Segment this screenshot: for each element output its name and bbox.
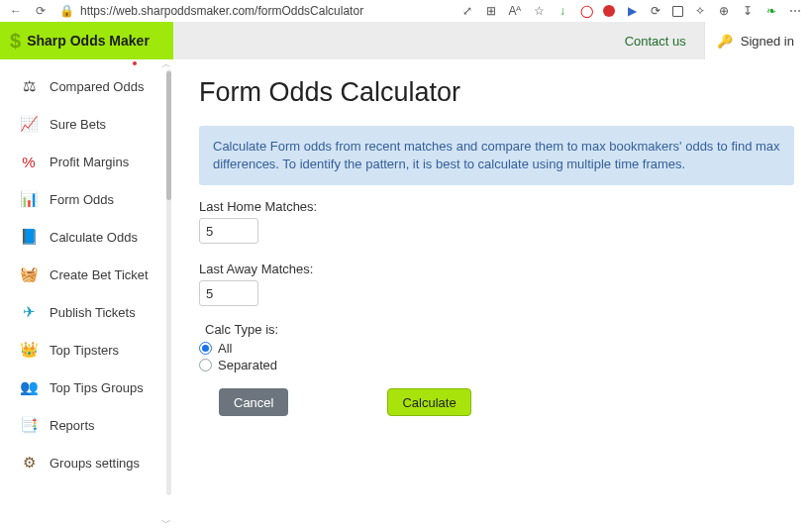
calc-type-all-row[interactable]: All: [199, 341, 794, 356]
extension-leaf-icon[interactable]: ❧: [764, 4, 778, 18]
sidebar-item-create-bet-ticket[interactable]: 🧺Create Bet Ticket: [0, 256, 173, 293]
top-tips-groups-icon: 👥: [20, 378, 38, 396]
main-panel: Form Odds Calculator Calculate Form odds…: [173, 59, 812, 528]
calc-type-label: Calc Type is:: [205, 322, 794, 337]
sidebar-item-profit-margins[interactable]: %Profit Margins: [0, 143, 173, 180]
brand-logo-icon: $: [10, 30, 21, 53]
create-bet-ticket-icon: 🧺: [20, 265, 38, 283]
contact-link[interactable]: Contact us: [607, 22, 704, 59]
sidebar-item-label: Compared Odds: [50, 79, 144, 94]
sidebar-item-top-tipsters[interactable]: 👑Top Tipsters: [0, 331, 173, 369]
sidebar-scroll-down-icon[interactable]: ﹀: [161, 516, 171, 528]
info-banner: Calculate Form odds from recent matches …: [199, 126, 794, 185]
signed-in-area[interactable]: 🔑 Signed in: [704, 22, 812, 59]
calculate-odds-icon: 📘: [20, 228, 38, 246]
last-away-label: Last Away Matches:: [199, 262, 794, 276]
brand-text: Sharp Odds Maker: [27, 33, 150, 49]
url-text: https://web.sharpoddsmaker.com/formOddsC…: [80, 4, 363, 18]
notification-dot-icon: [133, 61, 137, 65]
sidebar-item-top-tips-groups[interactable]: 👥Top Tips Groups: [0, 369, 173, 406]
extension-ab-icon[interactable]: [603, 5, 615, 17]
radio-separated-label: Separated: [218, 358, 277, 372]
reader-icon[interactable]: ⤢: [460, 4, 474, 18]
address-bar[interactable]: 🔒 https://web.sharpoddsmaker.com/formOdd…: [59, 4, 447, 18]
cancel-button[interactable]: Cancel: [219, 388, 288, 416]
sidebar-item-label: Sure Bets: [50, 117, 106, 132]
radio-separated[interactable]: [199, 359, 212, 371]
split-icon[interactable]: [672, 6, 683, 17]
signed-in-label: Signed in: [741, 34, 794, 49]
downloads-icon[interactable]: ↧: [741, 4, 755, 18]
chrome-tail-icons: ⤢ ⊞ Aᴬ ☆ ↓ ◯ ▶ ⟳ ✧ ⊕ ↧ ❧ ⋯: [460, 4, 802, 18]
sidebar-item-publish-tickets[interactable]: ✈Publish Tickets: [0, 293, 173, 331]
sidebar-scroll-up-icon[interactable]: ︿: [161, 57, 171, 71]
sure-bets-icon: 📈: [20, 115, 38, 133]
sidebar-item-label: Publish Tickets: [50, 305, 136, 320]
sidebar-item-label: Form Odds: [50, 192, 114, 207]
profit-margins-icon: %: [20, 154, 38, 170]
button-row: Cancel Calculate: [199, 388, 794, 416]
collections-icon[interactable]: ⊕: [717, 4, 731, 18]
extension-o-icon[interactable]: ◯: [579, 4, 593, 18]
contact-label: Contact us: [625, 34, 686, 49]
form-odds-icon: 📊: [20, 190, 38, 208]
key-icon: 🔑: [717, 34, 733, 49]
sidebar-item-label: Create Bet Ticket: [50, 267, 149, 282]
calc-type-separated-row[interactable]: Separated: [199, 358, 794, 372]
publish-tickets-icon: ✈: [20, 303, 38, 321]
sidebar-item-label: Top Tipsters: [50, 343, 119, 358]
calculate-button[interactable]: Calculate: [387, 388, 470, 416]
sidebar: ⚖Compared Odds📈Sure Bets%Profit Margins📊…: [0, 59, 173, 528]
sidebar-item-label: Calculate Odds: [50, 230, 138, 245]
extension-sync-icon[interactable]: ⟳: [649, 4, 662, 18]
reports-icon: 📑: [20, 416, 38, 434]
text-size-icon[interactable]: Aᴬ: [508, 4, 522, 18]
lock-icon: 🔒: [59, 4, 74, 18]
sidebar-item-label: Groups settings: [50, 456, 140, 471]
sidebar-item-form-odds[interactable]: 📊Form Odds: [0, 180, 173, 218]
download-arrow-icon[interactable]: ↓: [556, 4, 569, 18]
sidebar-item-reports[interactable]: 📑Reports: [0, 406, 173, 444]
sidebar-item-calculate-odds[interactable]: 📘Calculate Odds: [0, 218, 173, 256]
more-icon[interactable]: ⋯: [788, 4, 802, 18]
radio-all[interactable]: [199, 342, 212, 355]
sidebar-item-groups-settings[interactable]: ⚙Groups settings: [0, 444, 173, 481]
sidebar-item-label: Reports: [50, 418, 95, 433]
app-header: $ Sharp Odds Maker Contact us 🔑 Signed i…: [0, 22, 812, 59]
groups-settings-icon: ⚙: [20, 454, 38, 472]
page-title: Form Odds Calculator: [199, 77, 794, 108]
browser-chrome: ← ⟳ 🔒 https://web.sharpoddsmaker.com/for…: [0, 0, 812, 22]
apps-icon[interactable]: ⊞: [484, 4, 498, 18]
sidebar-item-label: Profit Margins: [50, 155, 129, 169]
last-away-input[interactable]: [199, 280, 258, 306]
sidebar-item-compared-odds[interactable]: ⚖Compared Odds: [0, 67, 173, 105]
refresh-icon[interactable]: ⟳: [36, 4, 46, 18]
last-home-input[interactable]: [199, 218, 258, 244]
star-icon[interactable]: ☆: [532, 4, 546, 18]
cancel-button-label: Cancel: [234, 395, 273, 410]
calculate-button-label: Calculate: [402, 395, 456, 410]
extension-flag-icon[interactable]: ▶: [625, 4, 639, 18]
compared-odds-icon: ⚖: [20, 77, 38, 95]
last-home-label: Last Home Matches:: [199, 199, 794, 214]
brand-area[interactable]: $ Sharp Odds Maker: [0, 22, 173, 59]
sidebar-item-sure-bets[interactable]: 📈Sure Bets: [0, 105, 173, 143]
sidebar-item-label: Top Tips Groups: [50, 380, 144, 395]
radio-all-label: All: [218, 341, 232, 356]
top-tipsters-icon: 👑: [20, 341, 38, 359]
back-icon[interactable]: ←: [10, 4, 22, 18]
sidebar-scrollbar-thumb[interactable]: [166, 71, 171, 200]
favorites-icon[interactable]: ✧: [693, 4, 707, 18]
